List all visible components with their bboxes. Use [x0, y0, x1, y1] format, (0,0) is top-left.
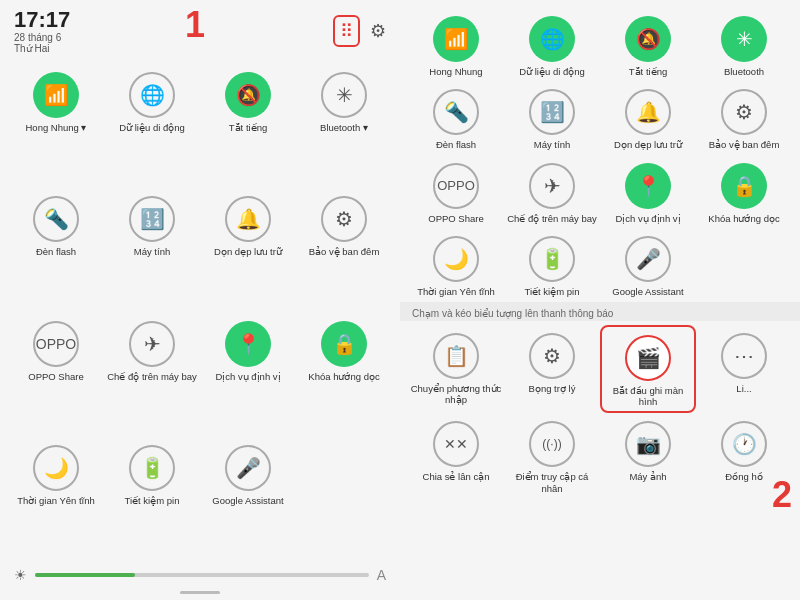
tile-lock[interactable]: 🔒 Khóa hướng dọc — [296, 313, 392, 437]
r-battery-icon: 🔋 — [529, 236, 575, 282]
right-tile-nfc[interactable]: ((·)) Điểm truy cập cá nhân — [504, 413, 600, 498]
right-tile-shield[interactable]: ⚙ Bảo vệ ban đêm — [696, 81, 792, 154]
right-panel: 📶 Hong Nhung 🌐 Dữ liệu di động 🔕 Tắt tiế… — [400, 0, 800, 600]
left-quick-tiles: 📶 Hong Nhung ▾ 🌐 Dữ liệu di động 🔕 Tắt t… — [0, 58, 400, 561]
mic-icon: 🎤 — [225, 445, 271, 491]
screen-record-label: Bắt đầu ghi màn hình — [604, 385, 692, 408]
r-globe-icon: 🌐 — [529, 16, 575, 62]
bottom-indicator — [0, 587, 400, 600]
tile-calc-label: Máy tính — [134, 246, 170, 257]
r-battery-label: Tiết kiệm pin — [525, 286, 580, 297]
brightness-slider[interactable] — [35, 573, 369, 577]
tile-assistant-label: Google Assistant — [212, 495, 283, 506]
right-tile-bubble[interactable]: ⚙ Bọng trợ lý — [504, 325, 600, 414]
wifi-icon: 📶 — [33, 72, 79, 118]
clock-label: Đồng hồ — [725, 471, 762, 482]
auto-brightness-icon: A — [377, 567, 386, 583]
oppo-icon: OPPO — [33, 321, 79, 367]
r-calc-label: Máy tính — [534, 139, 570, 150]
lock-icon: 🔒 — [321, 321, 367, 367]
right-tile-empty — [696, 228, 792, 301]
tile-quiet[interactable]: 🌙 Thời gian Yên tĩnh — [8, 437, 104, 561]
tile-mobile-data-label: Dữ liệu di động — [119, 122, 185, 133]
tile-battery-label: Tiết kiệm pin — [125, 495, 180, 506]
tile-oppo[interactable]: OPPO OPPO Share — [8, 313, 104, 437]
r-silent-label: Tắt tiếng — [629, 66, 667, 77]
right-tile-camera[interactable]: 📷 Máy ảnh — [600, 413, 696, 498]
tile-silent[interactable]: 🔕 Tắt tiếng — [200, 64, 296, 188]
r-shield-label: Bảo vệ ban đêm — [709, 139, 780, 150]
bubble-label: Bọng trợ lý — [529, 383, 576, 394]
screen-record-icon: 🎬 — [625, 335, 671, 381]
right-tile-transfer[interactable]: 📋 Chuyển phương thức nhập — [408, 325, 504, 414]
r-assistant-label: Google Assistant — [612, 286, 683, 297]
more-label: Li... — [736, 383, 751, 394]
r-location-icon: 📍 — [625, 163, 671, 209]
right-tile-screen-record[interactable]: 🎬 Bắt đầu ghi màn hình — [600, 325, 696, 414]
right-tile-location[interactable]: 📍 Dịch vụ định vị — [600, 155, 696, 228]
right-tile-quiet[interactable]: 🌙 Thời gian Yên tĩnh — [408, 228, 504, 301]
gear-icon[interactable]: ⚙ — [370, 20, 386, 42]
r-airplane-icon: ✈ — [529, 163, 575, 209]
location-icon: 📍 — [225, 321, 271, 367]
tile-flash[interactable]: 🔦 Đèn flash — [8, 188, 104, 312]
right-tile-lock[interactable]: 🔒 Khóa hướng dọc — [696, 155, 792, 228]
grid-icon-box[interactable]: ⠿ — [333, 15, 360, 47]
tile-location-label: Dịch vụ định vị — [215, 371, 280, 382]
right-tile-assistant[interactable]: 🎤 Google Assistant — [600, 228, 696, 301]
right-tile-battery[interactable]: 🔋 Tiết kiệm pin — [504, 228, 600, 301]
r-clean-icon: 🔔 — [625, 89, 671, 135]
tile-airplane-label: Chế độ trên máy bay — [107, 371, 197, 382]
tile-hong-nhung[interactable]: 📶 Hong Nhung ▾ — [8, 64, 104, 188]
right-tile-more[interactable]: ⋯ Li... — [696, 325, 792, 414]
r-calc-icon: 🔢 — [529, 89, 575, 135]
right-tile-oppo[interactable]: OPPO OPPO Share — [408, 155, 504, 228]
right-tile-flash[interactable]: 🔦 Đèn flash — [408, 81, 504, 154]
nfc-label: Điểm truy cập cá nhân — [506, 471, 598, 494]
right-tile-calc[interactable]: 🔢 Máy tính — [504, 81, 600, 154]
tile-shield[interactable]: ⚙ Bảo vệ ban đêm — [296, 188, 392, 312]
right-tile-bluetooth[interactable]: ✳ Bluetooth — [696, 8, 792, 81]
time-display: 17:17 — [14, 8, 70, 32]
r-bell-off-icon: 🔕 — [625, 16, 671, 62]
tile-calc[interactable]: 🔢 Máy tính — [104, 188, 200, 312]
tile-empty — [296, 437, 392, 561]
r-airplane-label: Chế độ trên máy bay — [507, 213, 597, 224]
r-bluetooth-label: Bluetooth — [724, 66, 764, 77]
right-tile-hong-nhung[interactable]: 📶 Hong Nhung — [408, 8, 504, 81]
tile-hong-nhung-label: Hong Nhung ▾ — [26, 122, 87, 133]
clock-icon: 🕐 — [721, 421, 767, 467]
date-line2: Thứ Hai — [14, 43, 70, 54]
r-mic-icon: 🎤 — [625, 236, 671, 282]
tile-airplane[interactable]: ✈ Chế độ trên máy bay — [104, 313, 200, 437]
bottom-dash — [180, 591, 220, 594]
right-bottom-tiles: 📋 Chuyển phương thức nhập ⚙ Bọng trợ lý … — [400, 321, 800, 499]
r-flash-label: Đèn flash — [436, 139, 476, 150]
tile-mobile-data[interactable]: 🌐 Dữ liệu di động — [104, 64, 200, 188]
r-quiet-label: Thời gian Yên tĩnh — [417, 286, 495, 297]
number-label-2: 2 — [772, 474, 792, 516]
brightness-row: ☀ A — [0, 561, 400, 587]
r-bluetooth-icon: ✳ — [721, 16, 767, 62]
date-line1: 28 tháng 6 — [14, 32, 70, 43]
airplane-icon: ✈ — [129, 321, 175, 367]
r-clean-label: Dọn dẹp lưu trữ — [614, 139, 682, 150]
right-tile-clean[interactable]: 🔔 Dọn dẹp lưu trữ — [600, 81, 696, 154]
tile-battery[interactable]: 🔋 Tiết kiệm pin — [104, 437, 200, 561]
right-tile-mobile[interactable]: 🌐 Dữ liệu di động — [504, 8, 600, 81]
grid-icon: ⠿ — [340, 20, 353, 42]
status-icons: ⠿ ⚙ — [333, 15, 386, 47]
right-tile-silent[interactable]: 🔕 Tắt tiếng — [600, 8, 696, 81]
nearby-label: Chia sẻ lân cận — [423, 471, 490, 482]
tile-assistant[interactable]: 🎤 Google Assistant — [200, 437, 296, 561]
tile-bluetooth-label: Bluetooth ▾ — [320, 122, 368, 133]
bubble-icon: ⚙ — [529, 333, 575, 379]
calculator-icon: 🔢 — [129, 196, 175, 242]
tile-bluetooth[interactable]: ✳ Bluetooth ▾ — [296, 64, 392, 188]
right-tile-nearby[interactable]: ✕✕ Chia sẻ lân cận — [408, 413, 504, 498]
tile-location[interactable]: 📍 Dịch vụ định vị — [200, 313, 296, 437]
right-tile-airplane[interactable]: ✈ Chế độ trên máy bay — [504, 155, 600, 228]
flashlight-icon: 🔦 — [33, 196, 79, 242]
r-oppo-icon: OPPO — [433, 163, 479, 209]
tile-clean[interactable]: 🔔 Dọn dẹp lưu trữ — [200, 188, 296, 312]
